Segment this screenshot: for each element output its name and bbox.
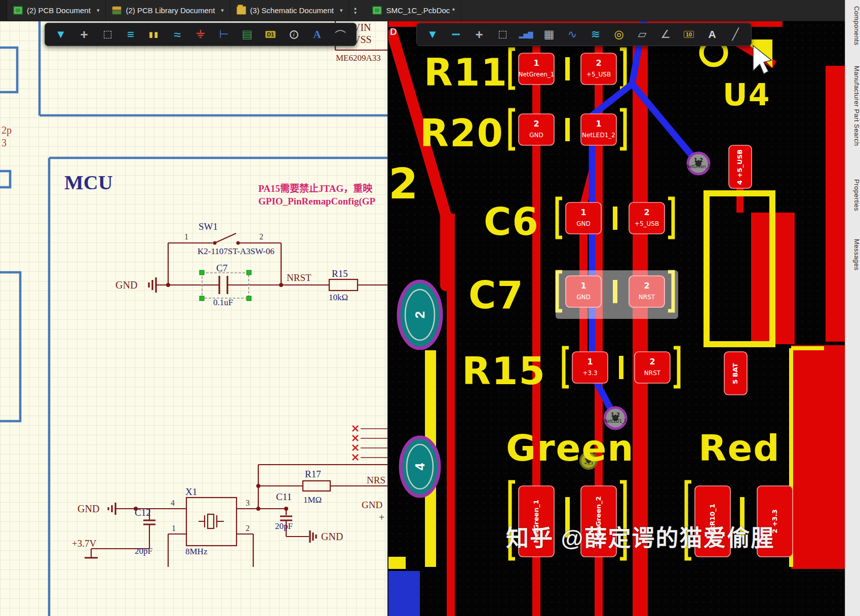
chart-icon[interactable]: ▂▅▇ xyxy=(514,24,537,45)
sheet-title: MCU xyxy=(64,171,113,194)
move-icon[interactable]: + xyxy=(467,24,491,45)
oscillator-wires xyxy=(115,465,387,567)
schematic-canvas[interactable]: VIN VSS ME6209A33 MCU PA15需要禁止JTAG，重映 GP… xyxy=(0,21,387,616)
via-icon[interactable]: ◎ xyxy=(607,24,631,45)
schematic-editor-panel[interactable]: ▼ + ≡ ▮▮ ≈ ⊢ ▤ D1 i A ⌒ xyxy=(0,21,387,616)
pad-row-c7[interactable]: 1 GND 2 NRST xyxy=(556,270,678,319)
power-label-3v7[interactable]: +3.7V xyxy=(72,538,96,549)
tab-schematic-document[interactable]: (3) Schematic Document ▾ xyxy=(230,0,349,21)
svg-text:GND: GND xyxy=(321,531,343,542)
align-icon[interactable]: ≡ xyxy=(119,24,142,45)
sheet-border-lines xyxy=(0,21,387,616)
panel-tab-properties[interactable]: Properties xyxy=(845,177,860,213)
arc-icon[interactable]: ⌒ xyxy=(329,24,352,45)
component-icon[interactable]: ▤ xyxy=(236,24,259,45)
tab-pcb-document[interactable]: (2) PCB Document ▾ xyxy=(7,0,106,21)
panel-tab-components[interactable]: Components xyxy=(845,4,860,48)
measure-icon[interactable]: ⊢ xyxy=(212,24,236,45)
svg-text:4: 4 xyxy=(412,463,427,470)
text-icon[interactable]: A xyxy=(700,24,724,45)
diff-pair-icon[interactable]: ≋ xyxy=(584,24,607,45)
net-label-nrs[interactable]: NRS xyxy=(367,475,385,485)
via-netgreen2[interactable]: 1-2 NetGreen_2 xyxy=(686,153,710,174)
side-pads[interactable]: 4 +5_USB 5 BAT xyxy=(724,145,752,395)
wave-icon[interactable]: ≈ xyxy=(166,24,189,45)
svg-text:C7: C7 xyxy=(468,273,524,317)
selection-icon[interactable] xyxy=(96,24,119,45)
svg-text:C12: C12 xyxy=(135,507,151,518)
note-line1: PA15需要禁止JTAG，重映 xyxy=(258,183,373,194)
svg-text:1: 1 xyxy=(587,357,593,366)
svg-text:2: 2 xyxy=(246,524,250,532)
tab-active-pcbdoc[interactable]: SMC_1C_.PcbDoc * xyxy=(366,0,461,21)
svg-text:K2-1107ST-A3SW-06: K2-1107ST-A3SW-06 xyxy=(198,247,275,256)
d1-icon[interactable]: D1 xyxy=(259,24,282,45)
x1-crystal[interactable]: X1 8MHz 4 3 1 2 xyxy=(171,486,250,556)
svg-text:2: 2 xyxy=(412,311,427,318)
info-icon[interactable]: i xyxy=(282,24,305,45)
gnd-symbol[interactable]: GND xyxy=(115,277,156,293)
c12-capacitor[interactable]: C12 20pF xyxy=(85,507,155,558)
tabbar-edge xyxy=(0,0,7,21)
svg-text:2: 2 xyxy=(533,119,539,129)
svg-text:GND: GND xyxy=(77,503,99,514)
svg-text:NetLED1_2: NetLED1_2 xyxy=(604,419,627,424)
grid-icon[interactable]: 10 xyxy=(677,24,700,45)
filter-icon[interactable]: ▼ xyxy=(49,24,72,45)
tab-scroll-spinner[interactable]: ▴▾ xyxy=(349,0,361,21)
svg-text:Green: Green xyxy=(506,427,635,469)
pcb-doc-icon xyxy=(372,6,382,15)
no-erc-markers[interactable] xyxy=(353,426,387,460)
pcb-editor-panel[interactable]: D ▼ ┄ + ▂▅▇ ▦ ∿ ≋ ◎ ▱ ∠ 10 A ╱ xyxy=(387,21,845,616)
r15-resistor[interactable]: R15 10kΩ xyxy=(329,268,358,302)
gnd-symbol-bottom-right[interactable]: GND xyxy=(310,530,343,543)
dimension-icon[interactable]: ∠ xyxy=(654,24,677,45)
tab-pcb-library-document[interactable]: (2) PCB Library Document ▾ xyxy=(106,0,230,21)
altium-workspace: (2) PCB Document ▾ (2) PCB Library Docum… xyxy=(0,0,860,616)
svg-text:GND: GND xyxy=(576,220,591,227)
pcb-doc-icon xyxy=(13,6,23,15)
svg-text:C7: C7 xyxy=(216,263,227,273)
svg-text:NetLED1_2: NetLED1_2 xyxy=(582,132,615,139)
svg-text:+5_USB: +5_USB xyxy=(587,71,611,78)
text-icon[interactable]: A xyxy=(305,24,329,45)
ground-icon[interactable] xyxy=(189,24,212,45)
via-netled12[interactable]: 1-2 NetLED1_2 xyxy=(604,407,627,429)
svg-text:GND: GND xyxy=(529,132,543,139)
svg-text:U4: U4 xyxy=(723,77,770,112)
chevron-down-icon[interactable]: ▾ xyxy=(97,7,100,14)
panel-tab-manufacturer-part-search[interactable]: Manufacturer Part Search xyxy=(845,64,860,148)
teal-pad-4[interactable]: 4 xyxy=(401,437,439,496)
tab-label: (3) Schematic Document xyxy=(250,6,334,15)
component-icon[interactable]: ▦ xyxy=(537,24,561,45)
bars-icon[interactable]: ▮▮ xyxy=(142,24,166,45)
svg-text:1: 1 xyxy=(580,208,586,217)
svg-text:20pF: 20pF xyxy=(135,546,152,556)
svg-text:GND: GND xyxy=(115,279,137,291)
move-icon[interactable]: + xyxy=(72,24,96,45)
svg-text:4: 4 xyxy=(171,499,175,507)
svg-text:1: 1 xyxy=(596,119,601,129)
plane-icon[interactable]: ▱ xyxy=(631,24,654,45)
selection-icon[interactable] xyxy=(491,24,514,45)
r17-resistor[interactable]: R17 1MΩ xyxy=(303,469,330,505)
svg-text:1: 1 xyxy=(172,524,176,532)
teal-pad-2[interactable]: 2 xyxy=(399,281,441,348)
panel-tab-messages[interactable]: Messages xyxy=(845,237,860,272)
note-line2: GPIO_PinRemapConfig(GP xyxy=(258,196,376,207)
net-label-nrst[interactable]: NRST xyxy=(287,272,311,283)
route-icon[interactable]: ∿ xyxy=(561,24,584,45)
svg-text:20pF: 20pF xyxy=(275,521,293,531)
svg-text:+5_USB: +5_USB xyxy=(635,220,659,227)
svg-text:R15: R15 xyxy=(332,268,348,279)
svg-text:R20: R20 xyxy=(420,111,504,155)
filter-icon[interactable]: ▼ xyxy=(421,24,444,45)
chevron-down-icon[interactable]: ▾ xyxy=(340,7,343,14)
svg-text:NRST: NRST xyxy=(644,369,661,377)
gnd-symbol-bottom-left[interactable]: GND xyxy=(77,503,115,515)
sw1-switch[interactable]: SW1 1 2 K2-1107ST-A3SW-06 xyxy=(168,221,281,285)
chevron-down-icon[interactable]: ▾ xyxy=(221,7,224,14)
line-icon[interactable]: ╱ xyxy=(724,24,747,45)
dashed-route-icon[interactable]: ┄ xyxy=(444,24,467,45)
pcb-lib-icon xyxy=(112,6,122,15)
